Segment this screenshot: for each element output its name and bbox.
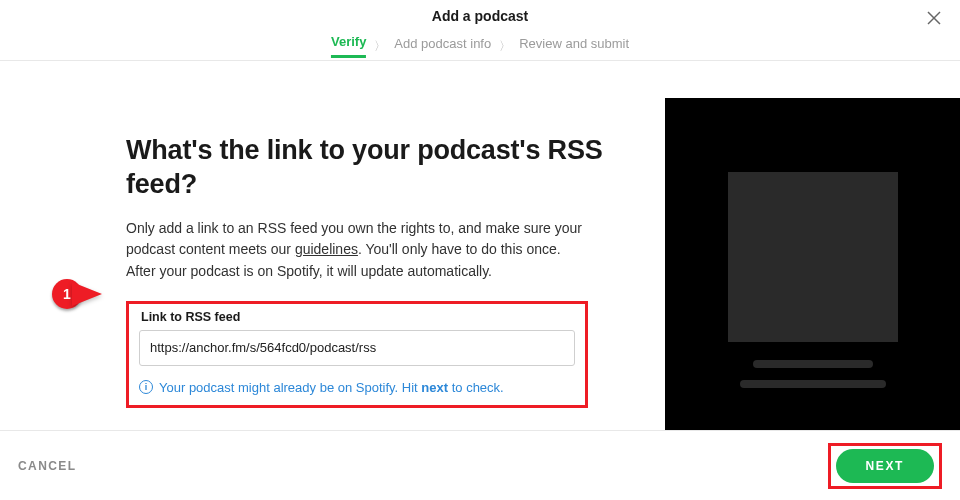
- step-verify[interactable]: Verify: [331, 34, 366, 58]
- podcast-cover-placeholder: [728, 172, 898, 342]
- annotation-badge-1: 1: [52, 279, 102, 309]
- rss-input[interactable]: [139, 330, 575, 366]
- progress-steps: Verify 〉 Add podcast info 〉 Review and s…: [331, 34, 629, 58]
- chevron-right-icon: 〉: [499, 38, 511, 55]
- annotation-box-2: NEXT: [828, 443, 942, 489]
- next-button[interactable]: NEXT: [836, 449, 934, 483]
- cancel-button[interactable]: CANCEL: [18, 459, 76, 473]
- annotation-box-1: Link to RSS feed i Your podcast might al…: [126, 301, 588, 408]
- placeholder-line: [753, 360, 873, 368]
- hint-row: i Your podcast might already be on Spoti…: [139, 380, 575, 395]
- chevron-right-icon: 〉: [374, 38, 386, 55]
- close-icon[interactable]: [926, 10, 942, 26]
- page-title: Add a podcast: [432, 8, 528, 24]
- guidelines-link[interactable]: guidelines: [295, 241, 358, 257]
- form-description: Only add a link to an RSS feed you own t…: [126, 218, 586, 283]
- divider: [0, 60, 960, 61]
- placeholder-line: [740, 380, 886, 388]
- step-review[interactable]: Review and submit: [519, 36, 629, 57]
- form-heading: What's the link to your podcast's RSS fe…: [126, 134, 619, 202]
- step-add-info[interactable]: Add podcast info: [394, 36, 491, 57]
- info-icon: i: [139, 380, 153, 394]
- rss-field-label: Link to RSS feed: [141, 310, 575, 324]
